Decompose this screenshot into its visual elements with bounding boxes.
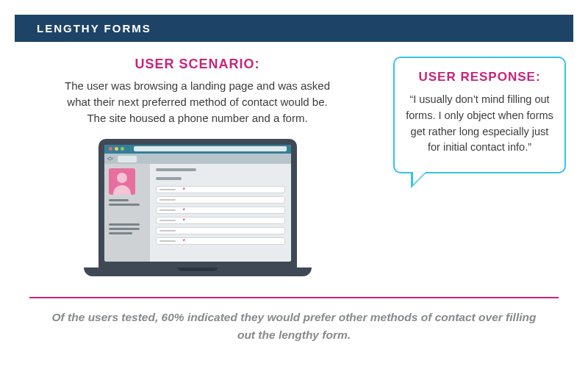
response-heading: USER RESPONSE: <box>405 70 554 85</box>
form-field <box>156 196 285 204</box>
required-asterisk-icon: * <box>183 217 186 224</box>
heading-line <box>156 168 196 171</box>
avatar-icon <box>109 168 135 195</box>
form-field <box>156 227 285 234</box>
sidebar-line <box>109 204 140 206</box>
section-divider <box>29 297 559 298</box>
sidebar-line <box>109 228 140 230</box>
required-asterisk-icon: * <box>183 186 186 193</box>
laptop-illustration: <> <box>84 139 312 276</box>
sidebar-line <box>109 232 133 234</box>
window-controls <box>109 147 124 151</box>
sidebar-line <box>109 223 140 226</box>
browser-toolbar: <> <box>104 154 291 164</box>
response-body: “I usually don’t mind filling out forms.… <box>405 92 554 156</box>
scenario-body: The user was browsing a landing page and… <box>58 78 337 126</box>
required-asterisk-icon: * <box>183 206 186 214</box>
heading-line <box>156 177 182 180</box>
url-bar-placeholder <box>134 146 287 151</box>
sidebar-line <box>109 199 129 201</box>
section-banner: LENGTHY FORMS <box>15 15 573 42</box>
maximize-icon <box>121 147 124 151</box>
nav-arrows-icon: <> <box>104 155 115 162</box>
form-field: * <box>156 206 285 214</box>
laptop-screen: <> <box>104 145 291 262</box>
form-field: * <box>156 237 285 245</box>
footer-stat: Of the users tested, 60% indicated they … <box>0 309 588 343</box>
laptop-base <box>84 267 312 276</box>
content-row: USER SCENARIO: The user was browsing a l… <box>0 42 588 284</box>
laptop-lid: <> <box>98 139 297 267</box>
required-asterisk-icon: * <box>183 237 186 245</box>
close-icon <box>109 147 112 151</box>
response-column: USER RESPONSE: “I usually don’t mind fil… <box>393 57 566 173</box>
sidebar-mock <box>104 164 150 262</box>
speech-bubble: USER RESPONSE: “I usually don’t mind fil… <box>393 57 566 173</box>
tab-placeholder <box>118 156 137 162</box>
scenario-column: USER SCENARIO: The user was browsing a l… <box>22 57 373 276</box>
minimize-icon <box>115 147 118 151</box>
browser-titlebar <box>104 145 291 154</box>
scenario-heading: USER SCENARIO: <box>22 57 373 72</box>
page-mock: * * * * <box>104 164 291 262</box>
form-field: * <box>156 217 285 224</box>
form-field: * <box>156 186 285 193</box>
form-mock: * * * * <box>150 164 291 262</box>
